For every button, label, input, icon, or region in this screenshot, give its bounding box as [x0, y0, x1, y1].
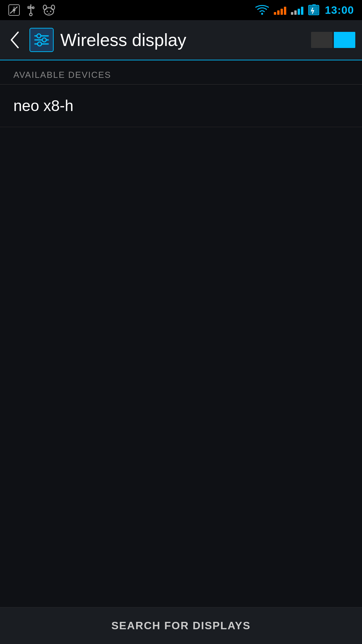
signal-bars-1 [274, 5, 286, 15]
svg-rect-17 [312, 4, 316, 6]
notification-icon-1 [8, 4, 20, 16]
section-header-label: AVAILABLE DEVICES [13, 70, 111, 80]
svg-point-9 [29, 13, 32, 16]
svg-point-13 [47, 11, 48, 12]
cat-icon [42, 4, 56, 16]
svg-point-27 [38, 42, 42, 46]
toggle-off-half[interactable] [311, 32, 333, 48]
svg-point-2 [13, 9, 15, 11]
device-list: neo x8-h [0, 85, 362, 607]
status-bar-left [8, 4, 56, 16]
device-name: neo x8-h [13, 97, 73, 114]
main-content: AVAILABLE DEVICES neo x8-h [0, 60, 362, 607]
status-bar-right: 13:00 [255, 4, 354, 16]
svg-point-25 [42, 38, 46, 42]
section-header: AVAILABLE DEVICES [0, 60, 362, 85]
toggle-switch[interactable] [311, 32, 355, 48]
app-icon [29, 28, 54, 52]
svg-point-23 [37, 34, 41, 38]
app-title: Wireless display [60, 30, 304, 50]
svg-point-10 [44, 8, 54, 15]
battery-icon [308, 4, 320, 16]
usb-icon [26, 4, 36, 16]
search-for-displays-button[interactable]: SEARCH FOR DISPLAYS [0, 607, 362, 644]
status-time: 13:00 [325, 4, 354, 16]
svg-point-15 [261, 13, 263, 15]
toggle-on-half[interactable] [334, 32, 355, 48]
back-button[interactable] [7, 32, 23, 48]
wifi-icon [255, 5, 269, 15]
list-item[interactable]: neo x8-h [0, 85, 362, 127]
search-button-label: SEARCH FOR DISPLAYS [111, 620, 251, 632]
svg-point-14 [50, 11, 51, 12]
signal-bars-2 [291, 5, 303, 15]
status-bar: 13:00 [0, 0, 362, 20]
app-bar: Wireless display [0, 20, 362, 60]
